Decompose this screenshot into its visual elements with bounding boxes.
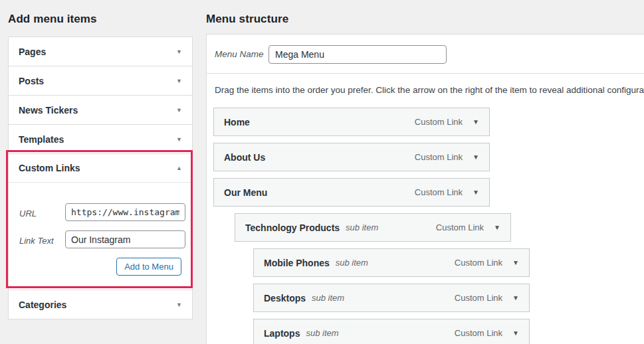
add-menu-items-title: Add menu items	[8, 13, 97, 26]
accordion-label: Pages	[19, 46, 46, 57]
accordion-section: Posts ▼	[8, 66, 193, 96]
chevron-down-icon[interactable]: ▼	[494, 224, 500, 231]
menu-item-label: Desktops	[264, 293, 306, 303]
link-text-input[interactable]	[65, 230, 185, 248]
menu-item-type: Custom Link	[455, 328, 502, 338]
chevron-down-icon: ▼	[176, 301, 182, 308]
menu-item-type: Custom Link	[415, 117, 463, 127]
menu-name-header: Menu Name	[207, 35, 644, 74]
chevron-down-icon[interactable]: ▼	[512, 294, 519, 301]
custom-links-form: URL Link Text Add to Menu	[9, 183, 192, 290]
menu-item-label: Technology Products	[245, 222, 340, 233]
menu-item-row-our-menu[interactable]: Our Menu Custom Link ▼	[213, 178, 490, 207]
accordion-label: Categories	[19, 300, 66, 310]
chevron-down-icon[interactable]: ▼	[512, 259, 519, 266]
link-text-label: Link Text	[19, 236, 54, 246]
menu-name-input[interactable]	[268, 45, 447, 64]
sidebar-item-posts[interactable]: Posts ▼	[9, 66, 192, 95]
accordion-section: Templates ▼	[8, 124, 193, 154]
chevron-down-icon: ▼	[176, 48, 182, 55]
sidebar-item-categories[interactable]: Categories ▼	[9, 290, 192, 319]
menu-structure-body: Drag the items into the order you prefer…	[207, 85, 644, 344]
add-to-menu-button[interactable]: Add to Menu	[116, 258, 181, 276]
menu-item-type: Custom Link	[415, 187, 463, 197]
chevron-down-icon: ▼	[176, 107, 182, 114]
accordion-label: Templates	[19, 134, 64, 145]
menu-item-label: Laptops	[264, 328, 300, 339]
menu-item-type: Custom Link	[415, 152, 463, 162]
accordion-label: Posts	[19, 76, 44, 86]
menu-item-sub-label: sub item	[346, 222, 378, 232]
menu-item-row-mobile-phones[interactable]: Mobile Phones sub item Custom Link ▼	[253, 248, 530, 277]
menu-item-type: Custom Link	[436, 222, 484, 232]
accordion-label: Custom Links	[19, 163, 80, 173]
menu-structure-title: Menu structure	[206, 13, 288, 26]
drag-instruction-text: Drag the items into the order you prefer…	[215, 85, 644, 95]
chevron-down-icon[interactable]: ▼	[473, 189, 479, 196]
chevron-down-icon: ▼	[176, 136, 182, 143]
menu-item-label: Mobile Phones	[264, 258, 330, 268]
menu-items-list: Home Custom Link ▼ About Us Custom Link …	[207, 108, 644, 344]
sidebar-item-pages[interactable]: Pages ▼	[9, 37, 192, 66]
menu-structure-panel: Menu Name Drag the items into the order …	[206, 34, 644, 344]
accordion-section: Pages ▼	[8, 37, 193, 66]
menu-item-row-home[interactable]: Home Custom Link ▼	[213, 108, 490, 136]
chevron-down-icon: ▼	[176, 78, 182, 84]
menu-item-row-desktops[interactable]: Desktops sub item Custom Link ▼	[253, 284, 530, 312]
url-label: URL	[19, 209, 37, 218]
sidebar-item-news-tickers[interactable]: News Tickers ▼	[9, 96, 192, 124]
menu-item-label: Home	[224, 117, 250, 128]
chevron-down-icon[interactable]: ▼	[473, 118, 479, 126]
accordion-section: Categories ▼	[8, 290, 193, 319]
menu-name-label: Menu Name	[215, 49, 264, 59]
menu-item-label: Our Menu	[224, 187, 267, 198]
accordion-section: News Tickers ▼	[8, 95, 193, 125]
accordion-label: News Tickers	[19, 105, 78, 116]
sidebar-item-templates[interactable]: Templates ▼	[9, 125, 192, 153]
chevron-down-icon[interactable]: ▼	[473, 153, 479, 161]
menu-item-sub-label: sub item	[306, 328, 338, 338]
add-menu-items-accordion: Pages ▼ Posts ▼ News Tickers ▼ Templates…	[8, 37, 193, 319]
menu-item-type: Custom Link	[455, 293, 502, 303]
menu-item-sub-label: sub item	[312, 293, 344, 303]
menu-item-label: About Us	[224, 152, 265, 163]
chevron-up-icon: ▲	[176, 165, 182, 171]
chevron-down-icon[interactable]: ▼	[512, 329, 519, 337]
menu-item-row-about-us[interactable]: About Us Custom Link ▼	[213, 143, 490, 171]
menu-item-type: Custom Link	[455, 258, 502, 268]
sidebar-item-custom-links[interactable]: Custom Links ▲	[9, 154, 192, 183]
accordion-section: Custom Links ▲ URL Link Text Add to Menu	[8, 153, 193, 290]
menu-item-row-technology-products[interactable]: Technology Products sub item Custom Link…	[235, 213, 511, 242]
menu-item-sub-label: sub item	[336, 258, 368, 268]
menu-item-row-laptops[interactable]: Laptops sub item Custom Link ▼	[253, 319, 530, 344]
url-input[interactable]	[65, 203, 185, 221]
